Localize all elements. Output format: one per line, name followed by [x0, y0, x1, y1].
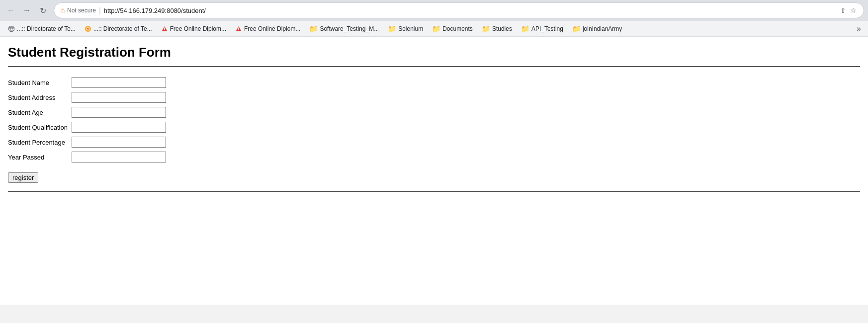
bookmark-item[interactable]: 📁 Documents	[428, 23, 477, 34]
form-row-address: Student Address	[8, 90, 166, 105]
bookmark-label: API_Testing	[531, 25, 563, 32]
bookmark-label: ...:: Directorate of Te...	[17, 25, 76, 32]
student-name-label: Student Name	[8, 75, 72, 90]
bookmark-label: Free Online Diplom...	[244, 25, 300, 32]
nav-bar: ← → ↻ ⚠ Not secure | http://54.166.179.2…	[0, 0, 868, 21]
bookmark-item[interactable]: Free Online Diplom...	[157, 24, 230, 34]
folder-icon: 📁	[388, 25, 396, 33]
alison-icon	[235, 25, 242, 32]
student-name-input-cell	[72, 75, 166, 90]
student-address-input-cell	[72, 90, 166, 105]
bookmarks-bar: ...:: Directorate of Te... ...:: Directo…	[0, 21, 868, 37]
address-divider: |	[99, 6, 101, 14]
reload-button[interactable]: ↻	[36, 3, 50, 17]
bookmark-item[interactable]: ...:: Directorate of Te...	[4, 24, 80, 34]
student-name-input[interactable]	[72, 77, 166, 88]
folder-icon: 📁	[432, 25, 440, 33]
student-percentage-label: Student Percentage	[8, 135, 72, 150]
alison-icon	[161, 25, 168, 32]
svg-rect-5	[164, 28, 165, 30]
year-passed-input[interactable]	[72, 152, 166, 162]
bookmark-label: Selenium	[398, 25, 423, 32]
bookmark-item[interactable]: 📁 API_Testing	[517, 23, 567, 34]
folder-icon: 📁	[309, 25, 318, 33]
address-bar-actions: ⇧ ☆	[839, 5, 858, 15]
bookmark-label: Free Online Diplom...	[170, 25, 226, 32]
address-bar[interactable]: ⚠ Not secure | http://54.166.179.249:808…	[54, 2, 864, 18]
bookmark-label: Studies	[492, 25, 512, 32]
warning-icon: ⚠	[60, 7, 66, 14]
bookmark-label: Documents	[442, 25, 473, 32]
folder-icon: 📁	[572, 25, 581, 33]
svg-rect-8	[238, 28, 239, 30]
not-secure-label: Not secure	[67, 7, 96, 14]
svg-rect-9	[238, 27, 239, 28]
bookmark-item[interactable]: 📁 Software_Testing_M...	[305, 23, 383, 34]
page-content: Student Registration Form Student Name S…	[0, 37, 868, 305]
student-percentage-input[interactable]	[72, 137, 166, 148]
back-button[interactable]: ←	[4, 3, 18, 17]
bookmark-item[interactable]: 📁 joinIndianArmy	[568, 23, 626, 34]
emblem-icon	[85, 25, 91, 32]
registration-form: Student Name Student Address Student Age…	[8, 75, 166, 164]
student-age-label: Student Age	[8, 105, 72, 120]
student-qualification-input-cell	[72, 120, 166, 135]
form-bottom-separator	[8, 191, 860, 192]
student-percentage-input-cell	[72, 135, 166, 150]
bookmark-item[interactable]: Free Online Diplom...	[231, 24, 304, 34]
folder-icon: 📁	[521, 25, 529, 33]
student-age-input-cell	[72, 105, 166, 120]
page-title: Student Registration Form	[8, 45, 860, 60]
student-age-input[interactable]	[72, 107, 166, 118]
svg-rect-6	[164, 27, 165, 28]
form-top-separator	[8, 66, 860, 67]
url-text: http://54.166.179.249:8080/student/	[104, 7, 836, 14]
share-button[interactable]: ⇧	[839, 5, 847, 15]
browser-chrome: ← → ↻ ⚠ Not secure | http://54.166.179.2…	[0, 0, 868, 37]
student-address-label: Student Address	[8, 90, 72, 105]
forward-button[interactable]: →	[20, 3, 34, 17]
student-qualification-input[interactable]	[72, 122, 166, 133]
register-button[interactable]: register	[8, 172, 38, 183]
bookmark-item[interactable]: ...:: Directorate of Te...	[81, 24, 156, 34]
bookmark-label: Software_Testing_M...	[320, 25, 379, 32]
bookmark-star-button[interactable]: ☆	[849, 5, 858, 15]
bookmark-item[interactable]: 📁 Studies	[478, 23, 516, 34]
svg-point-3	[87, 28, 89, 30]
bookmark-item[interactable]: 📁 Selenium	[384, 23, 427, 34]
student-qualification-label: Student Qualification	[8, 120, 72, 135]
bookmark-label: joinIndianArmy	[583, 25, 622, 32]
nav-controls: ← → ↻	[4, 3, 50, 17]
form-row-age: Student Age	[8, 105, 166, 120]
year-passed-label: Year Passed	[8, 150, 72, 164]
bookmark-label: ...:: Directorate of Te...	[93, 25, 152, 32]
form-row-percentage: Student Percentage	[8, 135, 166, 150]
folder-icon: 📁	[482, 25, 490, 33]
not-secure-indicator: ⚠ Not secure	[60, 7, 96, 14]
year-passed-input-cell	[72, 150, 166, 164]
form-row-year: Year Passed	[8, 150, 166, 164]
student-address-input[interactable]	[72, 92, 166, 103]
bookmarks-more-button[interactable]: »	[854, 23, 864, 34]
globe-icon	[8, 25, 15, 32]
form-row-qualification: Student Qualification	[8, 120, 166, 135]
form-row-name: Student Name	[8, 75, 166, 90]
